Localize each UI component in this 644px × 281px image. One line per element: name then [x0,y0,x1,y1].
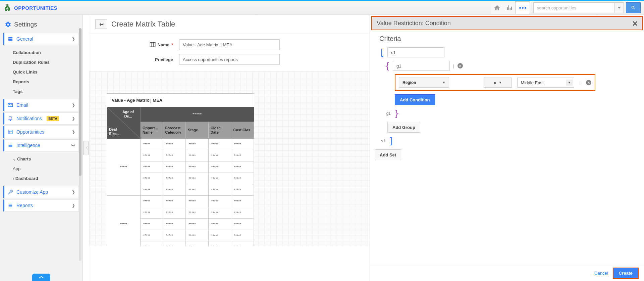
table-cell: ***** [186,150,209,161]
panel-collapse-handle[interactable]: 〈 [83,15,89,281]
sidebar-item-opportunities[interactable]: Opportunities ❯ [3,126,79,138]
name-input[interactable] [179,39,280,50]
delete-group-icon[interactable]: ✕ [458,63,463,68]
table-row: ************************* [141,161,254,173]
panel-header: Value Restriction: Condition ✕ [371,16,643,30]
add-condition-button[interactable]: Add Condition [395,94,435,105]
sidebar-item-app[interactable]: App [3,164,79,174]
list-icon [8,203,13,208]
sidebar-item-tags[interactable]: Tags [3,87,79,96]
sidebar-title-text: Settings [14,21,37,28]
table-cell: ***** [186,219,209,230]
panel-body: Criteria [ { | ✕ Region ▼ [370,30,644,265]
sidebar-scrollbar[interactable] [79,28,82,261]
table-cell: ***** [163,184,186,195]
criteria-heading: Criteria [379,35,635,43]
sidebar-item-reports-nav[interactable]: Reports ❯ [3,199,79,212]
col-opport-name: Opport... Name [141,122,163,139]
table-cell: ***** [231,184,254,195]
close-icon[interactable]: ✕ [632,19,638,28]
grid-canvas[interactable]: Value - Age Matrix | MEA Age of De... De… [89,72,370,246]
layout-icon [8,129,13,135]
brand-title: OPPORTUNITIES [14,5,57,11]
sidebar-item-customize[interactable]: Customize App ❯ [3,186,79,198]
table-cell: ***** [209,241,231,246]
home-icon[interactable] [491,1,503,14]
table-cell: ***** [186,207,209,218]
table-cell: ***** [231,150,254,161]
cancel-link[interactable]: Cancel [594,271,608,276]
bracket-open-set: [ [379,47,384,57]
add-group-button[interactable]: Add Group [387,122,420,133]
table-cell: ***** [141,139,163,150]
search-button[interactable] [626,2,641,13]
chevron-right-icon: ❯ [72,37,75,41]
back-button[interactable]: ↩ [95,19,107,29]
delete-condition-icon[interactable]: ✕ [586,80,591,85]
sidebar-collapse-tab[interactable] [32,274,50,281]
general-children: Collaboration Duplication Rules Quick Li… [3,46,79,99]
table-cell: ***** [231,230,254,241]
table-cell: ***** [231,241,254,246]
table-row: ************************* [141,230,254,241]
table-row: ************************* [141,219,254,230]
table-cell: ***** [231,139,254,150]
table-cell: ***** [141,161,163,173]
table-cell: ***** [209,184,231,195]
table-cell: ***** [231,207,254,218]
matrix-preview[interactable]: Value - Age Matrix | MEA Age of De... De… [107,93,254,246]
sidebar-item-email[interactable]: Email ❯ [3,99,79,111]
group-name-input[interactable] [393,61,450,71]
chevron-right-icon: ❯ [72,190,75,194]
table-cell: ***** [141,150,163,161]
sidebar-item-charts[interactable]: ⌄Charts [3,154,79,164]
set-name-input[interactable] [387,47,444,57]
create-button[interactable]: Create [613,268,639,279]
sidebar-item-quick-links[interactable]: Quick Links [3,67,79,77]
table-cell: ***** [141,196,163,207]
page-title: Create Matrix Table [111,20,175,29]
col-cust-class: Cust Clas [231,122,254,139]
sidebar-item-duplication-rules[interactable]: Duplication Rules [3,57,79,67]
value-select[interactable]: Middle East ▼ [517,78,574,88]
table-cell: ***** [209,219,231,230]
table-cell: ***** [141,207,163,218]
operator-select[interactable]: = ▼ [484,78,512,88]
canvas: ↩ Create Matrix Table Name * Privilege [89,15,370,281]
table-row: ************************* [141,184,254,196]
table-cell: ***** [163,207,186,218]
table-cell: ***** [231,173,254,184]
search-input[interactable] [534,3,614,13]
wrench-icon [8,189,13,195]
table-cell: ***** [163,161,186,173]
sidebar-item-notifications[interactable]: Notifications BETA ❯ [3,112,79,125]
add-set-button[interactable]: Add Set [375,149,401,160]
chevron-right-icon: ❯ [72,203,75,208]
field-select[interactable]: Region ▼ [399,78,449,88]
table-row: ************************* [141,139,254,150]
sidebar-item-general[interactable]: General ❯ [3,33,79,45]
more-menu[interactable] [515,1,530,14]
brand: OPPORTUNITIES [3,4,57,12]
search-dropdown-toggle[interactable] [614,3,624,13]
table-cell: ***** [209,173,231,184]
privilege-input[interactable] [179,54,280,65]
table-cell: ***** [186,230,209,241]
bracket-open-group: { [385,61,389,71]
sidebar-item-intelligence[interactable]: Intelligence ❯ [3,139,79,151]
table-cell: ***** [209,207,231,218]
bar-chart-icon[interactable] [503,1,515,14]
table-row: ************************* [141,196,254,207]
condition-row: Region ▼ = ▼ Middle East ▼ | ✕ [395,74,635,91]
sidebar-title: Settings [3,19,79,33]
table-cell: ***** [209,230,231,241]
table-cell: ***** [231,161,254,173]
nav-label: Email [16,102,28,108]
set-open-row: [ [379,47,635,57]
table-cell: ***** [163,196,186,207]
topbar: OPPORTUNITIES [0,0,644,15]
sidebar-item-reports[interactable]: Reports [3,77,79,87]
nav-label: Reports [16,203,33,208]
sidebar-item-collaboration[interactable]: Collaboration [3,48,79,57]
sidebar-item-dashboard[interactable]: ›Dashboard [3,174,79,183]
